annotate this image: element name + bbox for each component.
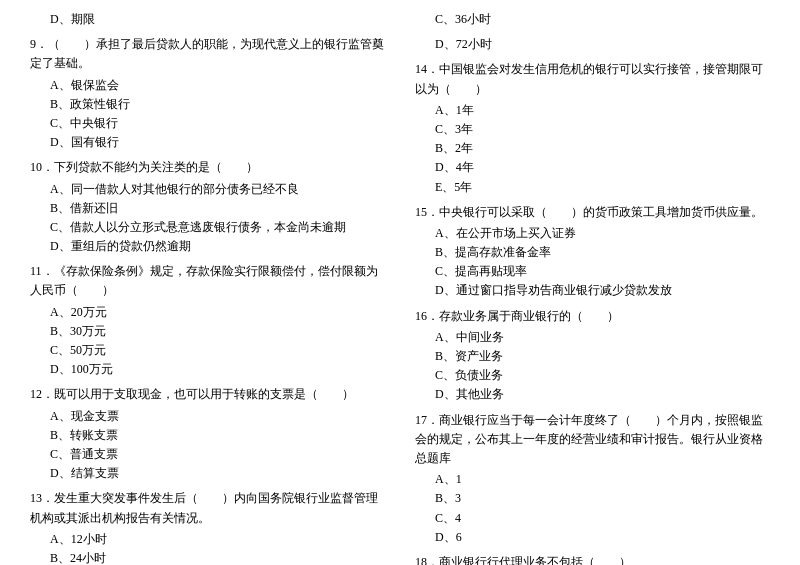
q11-option-a: A、20万元 <box>30 303 385 322</box>
q11-option-b: B、30万元 <box>30 322 385 341</box>
q14-option-d: D、4年 <box>415 158 770 177</box>
q17-option-c: C、4 <box>415 509 770 528</box>
q15-option-b: B、提高存款准备金率 <box>415 243 770 262</box>
q11-option-d: D、100万元 <box>30 360 385 379</box>
question-12-text: 12．既可以用于支取现金，也可以用于转账的支票是（ ） <box>30 385 385 404</box>
q10-option-c: C、借款人以分立形式悬意逃废银行债务，本金尚未逾期 <box>30 218 385 237</box>
q14-option-c: C、3年 <box>415 120 770 139</box>
q12-option-a: A、现金支票 <box>30 407 385 426</box>
q16-option-c: C、负债业务 <box>415 366 770 385</box>
q14-option-a: A、1年 <box>415 101 770 120</box>
d72-text: D、72小时 <box>415 35 770 54</box>
option-text: D、期限 <box>30 10 385 29</box>
answer-d-xianxian: D、期限 <box>30 10 385 29</box>
answer-d-72: D、72小时 <box>415 35 770 54</box>
question-13-text: 13．发生重大突发事件发生后（ ）内向国务院银行业监督管理机构或其派出机构报告有… <box>30 489 385 527</box>
right-column: C、36小时 D、72小时 14．中国银监会对发生信用危机的银行可以实行接管，接… <box>400 10 770 565</box>
question-14-text: 14．中国银监会对发生信用危机的银行可以实行接管，接管期限可以为（ ） <box>415 60 770 98</box>
q9-option-d: D、国有银行 <box>30 133 385 152</box>
left-column: D、期限 9．（ ）承担了最后贷款人的职能，为现代意义上的银行监管奠定了基础。 … <box>30 10 400 565</box>
q15-option-d: D、通过窗口指导劝告商业银行减少贷款发放 <box>415 281 770 300</box>
question-16-text: 16．存款业务属于商业银行的（ ） <box>415 307 770 326</box>
question-17: 17．商业银行应当于每一会计年度终了（ ）个月内，按照银监会的规定，公布其上一年… <box>415 411 770 547</box>
q15-option-c: C、提高再贴现率 <box>415 262 770 281</box>
q14-option-b: B、2年 <box>415 139 770 158</box>
question-11-text: 11．《存款保险条例》规定，存款保险实行限额偿付，偿付限额为人民币（ ） <box>30 262 385 300</box>
q9-option-c: C、中央银行 <box>30 114 385 133</box>
q9-option-b: B、政策性银行 <box>30 95 385 114</box>
question-15: 15．中央银行可以采取（ ）的货币政策工具增加货币供应量。 A、在公开市场上买入… <box>415 203 770 301</box>
question-14: 14．中国银监会对发生信用危机的银行可以实行接管，接管期限可以为（ ） A、1年… <box>415 60 770 196</box>
q14-option-e: E、5年 <box>415 178 770 197</box>
question-9-text: 9．（ ）承担了最后贷款人的职能，为现代意义上的银行监管奠定了基础。 <box>30 35 385 73</box>
exam-page: D、期限 9．（ ）承担了最后贷款人的职能，为现代意义上的银行监管奠定了基础。 … <box>30 10 770 565</box>
question-18: 18．商业银行行代理业务不包括（ ） <box>415 553 770 565</box>
q12-option-c: C、普通支票 <box>30 445 385 464</box>
q17-option-b: B、3 <box>415 489 770 508</box>
q13-option-a: A、12小时 <box>30 530 385 549</box>
q16-option-b: B、资产业务 <box>415 347 770 366</box>
q9-option-a: A、银保监会 <box>30 76 385 95</box>
q17-option-d: D、6 <box>415 528 770 547</box>
answer-c-36: C、36小时 <box>415 10 770 29</box>
q11-option-c: C、50万元 <box>30 341 385 360</box>
q16-option-a: A、中间业务 <box>415 328 770 347</box>
c36-text: C、36小时 <box>415 10 770 29</box>
question-10: 10．下列贷款不能约为关注类的是（ ） A、同一借款人对其他银行的部分债务已经不… <box>30 158 385 256</box>
question-18-text: 18．商业银行行代理业务不包括（ ） <box>415 553 770 565</box>
question-13: 13．发生重大突发事件发生后（ ）内向国务院银行业监督管理机构或其派出机构报告有… <box>30 489 385 565</box>
q10-option-d: D、重组后的贷款仍然逾期 <box>30 237 385 256</box>
question-9: 9．（ ）承担了最后贷款人的职能，为现代意义上的银行监管奠定了基础。 A、银保监… <box>30 35 385 152</box>
question-16: 16．存款业务属于商业银行的（ ） A、中间业务 B、资产业务 C、负债业务 D… <box>415 307 770 405</box>
q15-option-a: A、在公开市场上买入证券 <box>415 224 770 243</box>
q17-option-a: A、1 <box>415 470 770 489</box>
question-10-text: 10．下列贷款不能约为关注类的是（ ） <box>30 158 385 177</box>
q13-option-b: B、24小时 <box>30 549 385 565</box>
q10-option-a: A、同一借款人对其他银行的部分债务已经不良 <box>30 180 385 199</box>
question-12: 12．既可以用于支取现金，也可以用于转账的支票是（ ） A、现金支票 B、转账支… <box>30 385 385 483</box>
question-17-text: 17．商业银行应当于每一会计年度终了（ ）个月内，按照银监会的规定，公布其上一年… <box>415 411 770 469</box>
q10-option-b: B、借新还旧 <box>30 199 385 218</box>
question-11: 11．《存款保险条例》规定，存款保险实行限额偿付，偿付限额为人民币（ ） A、2… <box>30 262 385 379</box>
q16-option-d: D、其他业务 <box>415 385 770 404</box>
q12-option-b: B、转账支票 <box>30 426 385 445</box>
two-column-layout: D、期限 9．（ ）承担了最后贷款人的职能，为现代意义上的银行监管奠定了基础。 … <box>30 10 770 565</box>
q12-option-d: D、结算支票 <box>30 464 385 483</box>
question-15-text: 15．中央银行可以采取（ ）的货币政策工具增加货币供应量。 <box>415 203 770 222</box>
